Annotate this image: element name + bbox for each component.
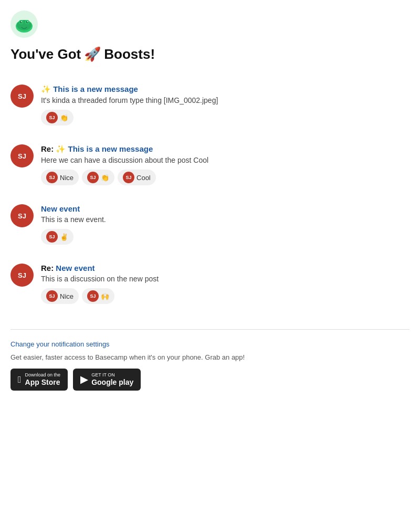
reaction-label: Cool <box>136 174 151 182</box>
svg-point-5 <box>20 21 23 24</box>
svg-point-7 <box>21 21 22 22</box>
reaction-label: Nice <box>60 292 74 300</box>
reaction-avatar: SJ <box>123 172 134 183</box>
notification-text: This is a discussion on the new post <box>41 275 410 283</box>
avatar: SJ <box>10 144 34 167</box>
logo-container <box>10 10 410 46</box>
google-play-icon: ▶ <box>80 375 88 384</box>
reaction-emoji: 🙌 <box>101 292 109 300</box>
reaction-avatar: SJ <box>46 172 58 183</box>
notification-item: SJ Re: ✨ This is a new message Here we c… <box>10 135 410 195</box>
notification-body: New event This is a new event. SJ ✌️ <box>41 204 410 245</box>
footer: Change your notification settings Get ea… <box>10 329 410 391</box>
app-badges:  Download on the App Store ▶ GET IT ON … <box>10 369 410 391</box>
google-badge-text: GET IT ON Google play <box>91 372 133 387</box>
reaction-label: Nice <box>60 174 74 182</box>
avatar: SJ <box>10 264 34 287</box>
basecamp-logo <box>10 10 38 38</box>
reaction-badge[interactable]: SJ ✌️ <box>41 229 74 245</box>
page-title: You've Got 🚀 Boosts! <box>10 46 410 62</box>
avatar: SJ <box>10 85 34 108</box>
reaction-avatar: SJ <box>87 290 99 302</box>
reaction-badge[interactable]: SJ 👏 <box>82 170 114 185</box>
reaction-badge[interactable]: SJ Nice <box>41 288 79 304</box>
reaction-badge[interactable]: SJ Cool <box>118 170 156 185</box>
reaction-avatar: SJ <box>46 231 58 243</box>
notification-title: Re: ✨ This is a new message <box>41 144 410 154</box>
notification-text: Here we can have a discussion about the … <box>41 156 410 164</box>
notification-text: This is a new event. <box>41 215 410 224</box>
notification-text: It's kinda a threaded forum type thing [… <box>41 96 410 104</box>
svg-point-6 <box>26 21 29 24</box>
reactions: SJ Nice SJ 👏 SJ Cool <box>41 170 410 185</box>
reaction-avatar: SJ <box>46 290 58 302</box>
notification-item: SJ Re: New event This is a discussion on… <box>10 254 410 313</box>
reaction-emoji: 👏 <box>101 174 109 182</box>
svg-point-8 <box>27 21 28 22</box>
google-play-badge[interactable]: ▶ GET IT ON Google play <box>73 369 141 391</box>
notification-body: ✨ This is a new message It's kinda a thr… <box>41 85 410 125</box>
notification-title: New event <box>41 204 410 213</box>
app-promo-text: Get easier, faster access to Basecamp wh… <box>10 353 410 361</box>
reaction-emoji: ✌️ <box>60 233 68 241</box>
notification-title: ✨ This is a new message <box>41 85 410 94</box>
apple-icon:  <box>18 375 22 384</box>
reaction-badge[interactable]: SJ 👏 <box>41 110 74 125</box>
reaction-avatar: SJ <box>46 112 58 123</box>
avatar: SJ <box>10 204 34 227</box>
reaction-badge[interactable]: SJ Nice <box>41 170 79 185</box>
reactions: SJ 👏 <box>41 110 410 125</box>
reactions: SJ ✌️ <box>41 229 410 245</box>
notifications-list: SJ ✨ This is a new message It's kinda a … <box>10 75 410 313</box>
notification-item: SJ New event This is a new event. SJ ✌️ <box>10 195 410 254</box>
notification-item: SJ ✨ This is a new message It's kinda a … <box>10 75 410 135</box>
notification-title: Re: New event <box>41 264 410 272</box>
reaction-badge[interactable]: SJ 🙌 <box>82 288 114 304</box>
reaction-emoji: 👏 <box>60 114 68 122</box>
reaction-avatar: SJ <box>87 172 99 183</box>
apple-badge-text: Download on the App Store <box>25 372 61 387</box>
reactions: SJ Nice SJ 🙌 <box>41 288 410 304</box>
notification-body: Re: ✨ This is a new message Here we can … <box>41 144 410 185</box>
apple-app-store-badge[interactable]:  Download on the App Store <box>10 369 68 391</box>
notification-body: Re: New event This is a discussion on th… <box>41 264 410 304</box>
notification-settings-link[interactable]: Change your notification settings <box>10 340 410 348</box>
